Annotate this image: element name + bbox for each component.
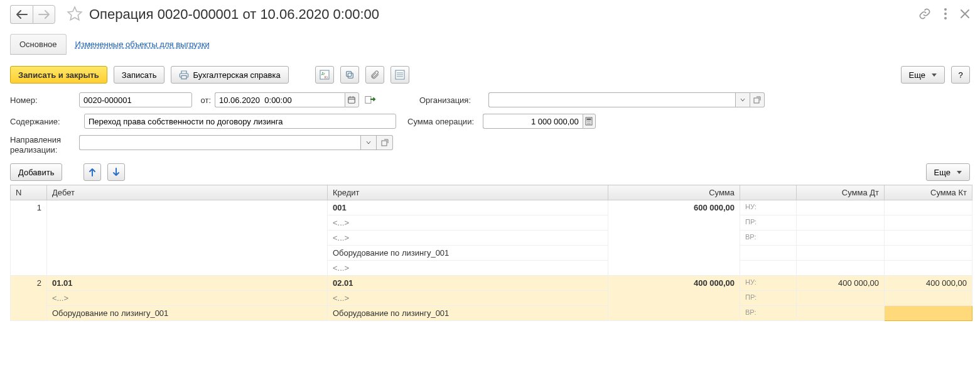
date-label: от: [192,95,215,105]
row1-sum-dt-nu [797,200,885,215]
row2-sum: 400 000,00 [608,276,740,321]
tab-changed-objects[interactable]: Измененные объекты для выгрузки [75,35,210,54]
accounting-note-button[interactable]: Бухгалтерская справка [171,66,288,84]
mini-vr: ВР: [740,306,797,321]
number-input[interactable] [79,92,192,107]
row1-credit-line2: <...> [333,232,349,244]
mini-nu: НУ: [740,200,797,215]
entries-table: N Дебет Кредит Сумма Сумма Дт Сумма Кт 1… [10,185,972,321]
number-label: Номер: [10,95,79,105]
table-row[interactable]: 1 001 600 000,00 НУ: [11,200,972,215]
close-icon[interactable] [960,9,970,21]
printer-icon [179,70,189,80]
svg-point-23 [588,123,589,124]
th-n[interactable]: N [11,185,47,200]
forward-button[interactable] [33,5,55,24]
svg-point-20 [588,121,589,122]
sum-input[interactable] [483,114,583,129]
row2-sum-kt: 400 000,00 [885,276,972,291]
svg-rect-12 [348,97,355,103]
th-credit[interactable]: Кредит [328,185,608,200]
row1-sum-kt-nu [885,200,972,215]
list-button[interactable] [390,66,409,84]
favorite-star-icon[interactable] [67,6,83,24]
back-button[interactable] [10,5,33,24]
row-n: 1 [11,200,47,276]
title-bar: Операция 0020-000001 от 10.06.2020 0:00:… [10,5,970,24]
row2-debit-line1: <...> [52,292,68,304]
list-icon [395,70,405,80]
calculator-icon[interactable] [583,114,596,129]
svg-text:Кт: Кт [325,75,328,79]
toolbar: Записать и закрыть Записать Бухгалтерска… [10,66,970,84]
directions-input[interactable] [79,135,360,150]
svg-point-25 [590,123,591,124]
row1-credit-line1: <...> [333,217,349,229]
move-down-button[interactable] [107,163,125,181]
tab-main[interactable]: Основное [10,34,67,55]
svg-rect-16 [365,96,371,103]
posted-icon[interactable] [365,94,376,106]
directions-open-icon[interactable] [377,135,393,150]
paperclip-icon [370,70,380,80]
row2-credit-line1: <...> [333,292,349,304]
more-vert-icon[interactable] [944,8,947,22]
row2-credit-line2: Оборудование по лизингу_001 [328,306,608,321]
page-title: Операция 0020-000001 от 10.06.2020 0:00:… [89,6,379,23]
th-sum-kt[interactable]: Сумма Кт [885,185,972,200]
sum-label: Сумма операции: [407,117,474,126]
row2-credit-account: 02.01 [328,276,608,291]
link-icon[interactable] [918,8,931,22]
more-button[interactable]: Еще [901,66,945,84]
tabs: Основное Измененные объекты для выгрузки [10,34,970,55]
org-dropdown-icon[interactable] [735,92,750,107]
add-button[interactable]: Добавить [10,163,62,181]
copy-icon [345,70,355,80]
th-debit[interactable]: Дебет [47,185,328,200]
svg-point-21 [589,121,590,122]
selected-cell[interactable] [885,306,972,321]
save-button[interactable]: Записать [114,66,165,84]
svg-point-0 [944,8,947,11]
arrow-up-icon [89,168,96,177]
accounting-note-label: Бухгалтерская справка [193,70,280,80]
mini-pr: ПР: [740,215,797,231]
row1-credit-line3: Оборудование по лизингу_001 [328,246,608,261]
mini-nu: НУ: [740,276,797,291]
save-and-close-button[interactable]: Записать и закрыть [10,66,107,84]
org-label: Организация: [419,95,488,105]
attach-button[interactable] [365,66,384,84]
row1-sum: 600 000,00 [608,200,740,276]
svg-point-24 [589,123,590,124]
copy-button[interactable] [340,66,359,84]
content-label: Содержание: [10,117,73,126]
svg-point-2 [944,17,947,19]
table-header-row: N Дебет Кредит Сумма Сумма Дт Сумма Кт [11,185,972,200]
date-input[interactable] [215,92,345,107]
directions-dropdown-icon[interactable] [360,135,377,150]
row1-credit-account: 001 [328,200,608,215]
svg-rect-6 [348,73,353,78]
move-up-button[interactable] [83,163,101,181]
table-more-button[interactable]: Еще [926,163,970,181]
svg-rect-7 [346,72,351,77]
th-mini[interactable] [740,185,797,200]
svg-point-22 [590,121,591,122]
help-button[interactable]: ? [951,66,970,84]
org-input[interactable] [488,92,735,107]
table-row[interactable]: <...> <...> ПР: [11,291,972,306]
mini-pr: ПР: [740,291,797,306]
content-input[interactable] [84,114,396,129]
th-sum[interactable]: Сумма [608,185,740,200]
calendar-icon[interactable] [345,92,359,107]
org-open-icon[interactable] [750,92,765,107]
svg-rect-19 [587,119,591,121]
directions-label: Направления реализации: [10,135,73,155]
table-row[interactable]: Оборудование по лизингу_001 Оборудование… [11,306,972,321]
row2-debit-line2: Оборудование по лизингу_001 [47,306,328,321]
th-sum-dt[interactable]: Сумма Дт [797,185,885,200]
dt-kt-button[interactable]: ДтКт [315,66,334,84]
table-row[interactable]: 2 01.01 02.01 400 000,00 НУ: 400 000,00 … [11,276,972,291]
row2-sum-dt: 400 000,00 [797,276,885,291]
mini-vr: ВР: [740,231,797,246]
